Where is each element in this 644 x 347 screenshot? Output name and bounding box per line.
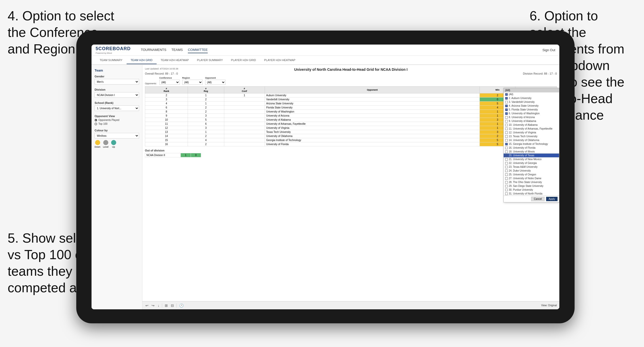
- dot-up-label: Up: [112, 146, 115, 148]
- colour-dot-up: Up: [111, 140, 116, 148]
- cell-opponent: University of Arizona: [265, 114, 480, 118]
- cell-rank: 11: [145, 122, 188, 126]
- dropdown-item[interactable]: ✓ 2. Auburn University: [504, 96, 559, 100]
- dropdown-checkbox: [505, 150, 508, 153]
- dropdown-item[interactable]: 20. University of Texas: [504, 154, 559, 157]
- cell-rank: 9: [145, 114, 188, 118]
- dropdown-item[interactable]: 22. University of Georgia: [504, 161, 559, 165]
- dropdown-item[interactable]: 23. Texas A&M University: [504, 165, 559, 169]
- cell-reg: 1: [188, 93, 224, 98]
- dropdown-item[interactable]: 8. University of Arizona: [504, 115, 559, 119]
- gender-select[interactable]: Men's: [95, 79, 139, 85]
- cell-opponent: University of Oklahoma: [265, 134, 480, 138]
- dropdown-item[interactable]: 21. University of New Mexico: [504, 157, 559, 161]
- cell-rank: 12: [145, 126, 188, 130]
- dropdown-item[interactable]: 25. University of Oregon: [504, 173, 559, 176]
- opponent-filter-group: Opponent (All): [205, 77, 226, 85]
- dot-level-label: Level: [103, 146, 109, 148]
- table-row: 4 1 Arizona State University 5 1: [145, 102, 557, 106]
- nav-tournaments[interactable]: TOURNAMENTS: [141, 47, 166, 53]
- dropdown-item[interactable]: 28. The Ohio State University: [504, 180, 559, 184]
- cell-rank: 15: [145, 138, 188, 142]
- logo-sub: Powered by Eltool: [96, 52, 131, 54]
- logo-text: 5COREBOARD: [96, 46, 131, 51]
- cell-rank: 3: [145, 98, 188, 102]
- dropdown-item[interactable]: 13. Texas Tech University: [504, 134, 559, 138]
- top-nav: 5COREBOARD Powered by Eltool TOURNAMENTS…: [92, 45, 559, 56]
- table-row: 10 5 University of Alabama 3 0: [145, 118, 557, 122]
- panel-record: Overall Record: 89 - 17 - 0 Division Rec…: [145, 72, 557, 75]
- dropdown-item[interactable]: ✓ 5. Florida State University: [504, 108, 559, 112]
- nav-teams[interactable]: TEAMS: [171, 47, 183, 53]
- toolbar-save[interactable]: ↓: [157, 303, 160, 308]
- cell-conf: [224, 134, 265, 138]
- colour-select[interactable]: Win/loss: [95, 133, 139, 138]
- cell-opponent: Georgia Institute of Technology: [265, 138, 480, 142]
- toolbar-copy[interactable]: ⊞: [164, 303, 168, 308]
- dropdown-item[interactable]: ✓ (All): [504, 92, 559, 96]
- cell-conf: [224, 106, 265, 110]
- colour-dot-level: Level: [103, 140, 109, 148]
- school-label: School (Rank): [95, 101, 139, 104]
- opponent-view-section: Opponent View Opponents Played Top 100: [95, 115, 139, 125]
- conference-filter-select[interactable]: (All): [159, 80, 180, 85]
- tab-player-h2h-grid[interactable]: PLAYER H2H GRID: [227, 57, 260, 64]
- toolbar-undo[interactable]: ↩: [145, 303, 149, 308]
- dropdown-item[interactable]: 14. University of Oklahoma: [504, 138, 559, 142]
- toolbar-paste[interactable]: ⊟: [170, 303, 174, 308]
- dropdown-item[interactable]: ✓ 6. University of Washington: [504, 112, 559, 115]
- out-division-row: NCAA Division II 1 0: [145, 153, 201, 157]
- radio-top100[interactable]: Top 100: [95, 122, 139, 125]
- opponent-view-radio-group: Opponents Played Top 100: [95, 119, 139, 125]
- dropdown-item[interactable]: 11. University of Arkansas, Fayetteville: [504, 127, 559, 131]
- dropdown-item[interactable]: ✓ 4. Arizona State University: [504, 104, 559, 108]
- cell-conf: [224, 138, 265, 142]
- dropdown-item[interactable]: 30. Purdue University: [504, 188, 559, 192]
- cell-rank: 16: [145, 142, 188, 146]
- division-record: Division Record: 88 - 17 - 0: [523, 72, 557, 75]
- dropdown-item[interactable]: 9. University of Alabama: [504, 119, 559, 123]
- cell-opponent: Auburn University: [265, 93, 480, 98]
- toolbar-clock[interactable]: 🕐: [179, 303, 184, 308]
- toolbar-redo[interactable]: ↪: [151, 303, 155, 308]
- apply-button[interactable]: Apply: [546, 197, 558, 201]
- division-label: Division: [95, 88, 139, 91]
- dot-green: [111, 140, 116, 145]
- region-filter-group: Region (All): [182, 77, 203, 85]
- division-select[interactable]: NCAA Division I: [95, 92, 139, 98]
- opponent-dropdown[interactable]: (All) ✓ (All)✓ 2. Auburn University 3. V…: [503, 88, 559, 202]
- cell-rank: 2: [145, 93, 188, 98]
- dropdown-item[interactable]: 29. San Diego State University: [504, 184, 559, 188]
- radio-opponents-played[interactable]: Opponents Played: [95, 119, 139, 121]
- opponent-filter-select[interactable]: (All): [205, 80, 226, 85]
- dropdown-checkbox: [505, 147, 508, 149]
- nav-links: TOURNAMENTS TEAMS COMMITTEE: [141, 47, 208, 53]
- cell-rank: 14: [145, 134, 188, 138]
- dropdown-item[interactable]: 24. Duke University: [504, 169, 559, 173]
- dropdown-item[interactable]: 18. University of Illinois: [504, 150, 559, 154]
- dropdown-item[interactable]: ✓ 15. Georgia Institute of Technology: [504, 142, 559, 146]
- tab-player-summary[interactable]: PLAYER SUMMARY: [193, 57, 227, 64]
- colour-dot-down: Down: [95, 140, 100, 148]
- tab-team-h2h-grid[interactable]: TEAM H2H GRID: [127, 57, 157, 64]
- tab-player-h2h-heatmap[interactable]: PLAYER H2H HEATMAP: [260, 57, 299, 64]
- nav-committee[interactable]: COMMITTEE: [188, 47, 208, 53]
- dropdown-item[interactable]: 12. University of Virginia: [504, 131, 559, 134]
- dropdown-item[interactable]: 10. University of Alabama: [504, 123, 559, 127]
- dropdown-item[interactable]: 27. University of Notre Dame: [504, 176, 559, 180]
- table-row: 13 1 Texas Tech University 3 0: [145, 130, 557, 134]
- school-select[interactable]: 1. University of Nort...: [95, 105, 139, 111]
- view-original-label[interactable]: View: Original: [541, 304, 557, 307]
- region-filter-select[interactable]: (All): [182, 80, 203, 85]
- radio-dot-opponents-played: [95, 119, 97, 121]
- tab-team-summary[interactable]: TEAM SUMMARY: [96, 57, 127, 64]
- cell-conf: [224, 98, 265, 102]
- nav-sign-out[interactable]: Sign Out: [542, 48, 555, 52]
- dropdown-item[interactable]: 31. University of North Florida: [504, 192, 559, 196]
- tab-team-h2h-heatmap[interactable]: TEAM H2H HEATMAP: [157, 57, 193, 64]
- colour-label: Colour by: [95, 129, 139, 132]
- dropdown-item[interactable]: 3. Vanderbilt University: [504, 100, 559, 104]
- dropdown-checkbox: [505, 173, 508, 176]
- dropdown-item[interactable]: 16. University of Florida: [504, 146, 559, 150]
- cancel-button[interactable]: Cancel: [531, 197, 545, 201]
